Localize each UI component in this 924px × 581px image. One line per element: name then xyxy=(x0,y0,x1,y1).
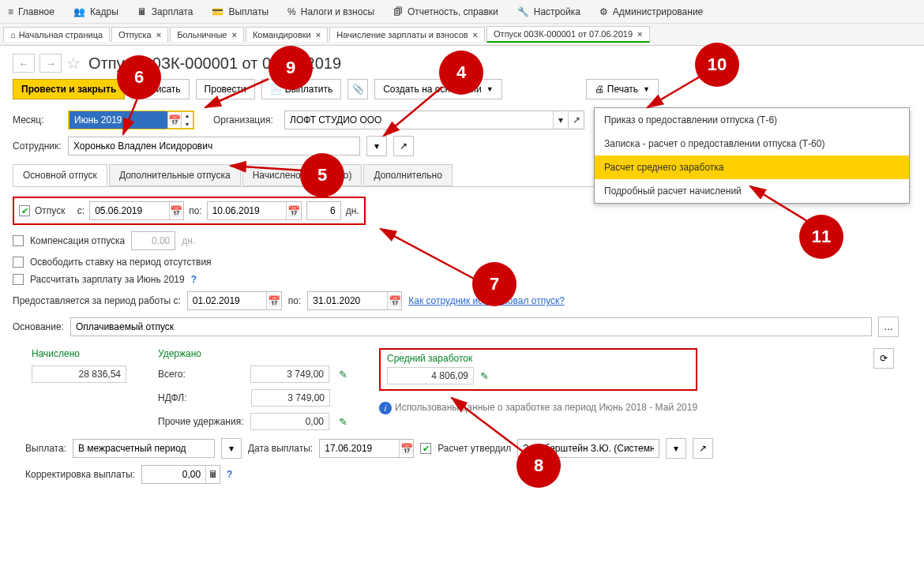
month-spinner[interactable]: ▲▼ xyxy=(181,111,193,129)
close-icon[interactable]: × xyxy=(231,30,236,39)
tab-payroll[interactable]: Начисление зарплаты и взносов× xyxy=(329,27,485,42)
create-based-button[interactable]: Создать на основании▼ xyxy=(374,79,501,99)
print-item-avg-calc[interactable]: Расчет среднего заработка xyxy=(595,156,909,179)
menu-taxes[interactable]: %Налоги и взносы xyxy=(283,3,379,21)
save-button[interactable]: Записать xyxy=(131,79,189,99)
printer-icon: 🖨 xyxy=(595,84,604,95)
employee-dropdown-button[interactable]: ▾ xyxy=(366,136,387,156)
open-icon[interactable]: ↗ xyxy=(568,111,584,129)
menu-reports[interactable]: 🗐Отчетность, справки xyxy=(389,3,503,21)
payout-input[interactable] xyxy=(73,440,214,457)
menu-icon: ≡ xyxy=(8,6,13,17)
employee-label: Сотрудник: xyxy=(13,141,62,152)
employee-field[interactable] xyxy=(68,137,360,156)
menu-settings[interactable]: 🔧Настройка xyxy=(513,3,585,21)
menu-admin[interactable]: ⚙Администрирование xyxy=(595,3,708,21)
compensation-input[interactable] xyxy=(132,232,175,249)
attach-button[interactable]: 📎 xyxy=(347,79,368,99)
dropdown-icon[interactable]: ▾ xyxy=(553,111,569,129)
calendar-icon[interactable]: 📅 xyxy=(167,111,181,129)
print-button[interactable]: 🖨Печать▼ xyxy=(586,79,659,99)
period-from-input[interactable] xyxy=(188,292,267,309)
main-menu: ≡Главное 👥Кадры 🖩Зарплата 💳Выплаты %Нало… xyxy=(0,0,924,24)
approver-dropdown-button[interactable]: ▾ xyxy=(666,438,686,459)
employee-input[interactable] xyxy=(69,137,359,155)
correction-input[interactable] xyxy=(142,466,205,483)
payout-dropdown-button[interactable]: ▾ xyxy=(221,438,242,459)
days-input[interactable] xyxy=(307,202,340,219)
close-icon[interactable]: × xyxy=(156,30,161,39)
close-icon[interactable]: × xyxy=(473,30,478,39)
tab-document[interactable]: Отпуск 00ЗК-000001 от 07.06.2019× xyxy=(486,26,649,43)
tab-home[interactable]: ⌂Начальная страница xyxy=(3,27,110,42)
approved-label: Расчет утвердил xyxy=(438,443,511,454)
menu-main[interactable]: ≡Главное xyxy=(3,3,59,21)
subtab-extra[interactable]: Дополнительно xyxy=(363,164,452,186)
totals-area: Начислено 28 836,54 Удержано Всего:3 749… xyxy=(13,340,911,430)
calendar-icon[interactable]: 📅 xyxy=(387,292,401,309)
usage-link[interactable]: Как сотрудник использовал отпуск? xyxy=(408,295,565,306)
accrued-value: 28 836,54 xyxy=(32,365,126,383)
approver-input[interactable] xyxy=(518,440,659,457)
nav-back-button[interactable]: ← xyxy=(13,54,35,73)
date-to-input[interactable] xyxy=(208,202,287,219)
basis-more-button[interactable]: … xyxy=(878,317,899,337)
compensation-checkbox[interactable] xyxy=(13,235,24,246)
month-field[interactable]: 📅 ▲▼ xyxy=(68,111,194,129)
subtab-additional[interactable]: Дополнительные отпуска xyxy=(109,164,241,186)
vacation-checkbox[interactable] xyxy=(19,205,30,216)
basis-input[interactable] xyxy=(71,318,871,335)
post-button[interactable]: Провести xyxy=(196,79,255,99)
nav-forward-button[interactable]: → xyxy=(39,54,62,73)
menu-payouts[interactable]: 💳Выплаты xyxy=(207,3,273,21)
favorite-icon[interactable]: ☆ xyxy=(66,54,81,73)
calendar-icon[interactable]: 📅 xyxy=(399,440,413,457)
period-to-input[interactable] xyxy=(308,292,387,309)
refresh-button[interactable]: ⟳ xyxy=(873,348,894,369)
edit-icon[interactable]: ✎ xyxy=(339,416,347,428)
accrued-label: Начислено xyxy=(32,348,126,359)
work-period-label: Предоставляется за период работы с: xyxy=(13,295,181,306)
print-item-t6[interactable]: Приказ о предоставлении отпуска (Т-6) xyxy=(595,108,909,132)
subtab-accrued[interactable]: Начислено (подробно) xyxy=(242,164,362,186)
avg-value: 4 806,09 xyxy=(387,367,474,384)
close-icon[interactable]: × xyxy=(316,30,321,39)
recalc-checkbox[interactable] xyxy=(13,274,24,285)
edit-icon[interactable]: ✎ xyxy=(480,370,489,382)
command-bar: Провести и закрыть Записать Провести 📄Вы… xyxy=(0,79,924,107)
employee-open-button[interactable]: ↗ xyxy=(393,136,414,156)
help-icon[interactable]: ? xyxy=(227,469,232,480)
tab-trips[interactable]: Командировки× xyxy=(246,27,328,42)
tab-sick[interactable]: Больничные× xyxy=(170,27,244,42)
tabs-bar: ⌂Начальная страница Отпуска× Больничные×… xyxy=(0,24,924,46)
free-rate-checkbox[interactable] xyxy=(13,257,24,268)
edit-icon[interactable]: ✎ xyxy=(339,369,347,380)
print-item-detailed[interactable]: Подробный расчет начислений xyxy=(595,179,909,203)
help-icon[interactable]: ? xyxy=(191,274,197,285)
recalc-label: Рассчитать зарплату за Июнь 2019 xyxy=(30,274,185,285)
date-from-input[interactable] xyxy=(90,202,169,219)
print-item-t60[interactable]: Записка - расчет о предоставлении отпуск… xyxy=(595,132,909,156)
pay-button[interactable]: 📄Выплатить xyxy=(261,79,342,99)
calendar-icon[interactable]: 📅 xyxy=(169,202,183,219)
tab-vacations[interactable]: Отпуска× xyxy=(111,27,168,42)
calendar-icon[interactable]: 📅 xyxy=(286,202,300,219)
calendar-icon[interactable]: 📅 xyxy=(266,292,280,309)
pay-date-input[interactable] xyxy=(320,440,399,457)
post-and-close-button[interactable]: Провести и закрыть xyxy=(13,79,125,99)
payout-label: Выплата: xyxy=(25,443,66,454)
approver-open-button[interactable]: ↗ xyxy=(693,438,713,459)
subtab-main[interactable]: Основной отпуск xyxy=(13,164,107,186)
month-label: Месяц: xyxy=(13,114,62,126)
print-dropdown: Приказ о предоставлении отпуска (Т-6) За… xyxy=(594,107,910,204)
calc-icon[interactable]: 🖩 xyxy=(205,466,220,483)
menu-salary[interactable]: 🖩Зарплата xyxy=(133,3,198,21)
close-icon[interactable]: × xyxy=(637,29,642,39)
approved-checkbox[interactable] xyxy=(420,443,431,454)
org-input[interactable] xyxy=(285,111,553,129)
clip-icon: 📎 xyxy=(352,84,364,95)
menu-staff[interactable]: 👥Кадры xyxy=(69,3,123,21)
org-field[interactable]: ▾ ↗ xyxy=(284,111,584,129)
month-input[interactable] xyxy=(69,111,167,129)
doc-icon: 🗐 xyxy=(393,6,403,17)
